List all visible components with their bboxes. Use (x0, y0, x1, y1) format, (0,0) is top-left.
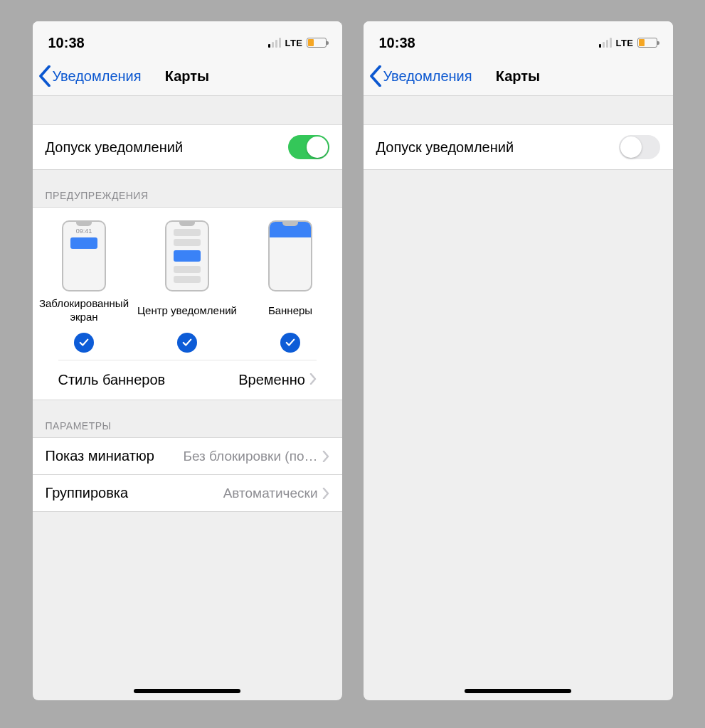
status-right: LTE (268, 38, 326, 48)
signal-icon (599, 38, 612, 48)
allow-notifications-label: Допуск уведомлений (376, 139, 514, 156)
network-label: LTE (285, 38, 302, 48)
alert-lockscreen-check[interactable] (74, 333, 94, 353)
grouping-value: Автоматически (223, 486, 329, 501)
back-button[interactable]: Уведомления (369, 65, 472, 87)
allow-notifications-row[interactable]: Допуск уведомлений (364, 124, 673, 170)
screenshot-left: 10:38 LTE Уведомления Карты Допуск уведо… (33, 21, 342, 700)
show-previews-label: Показ миниатюр (46, 448, 154, 464)
allow-notifications-toggle[interactable] (619, 135, 660, 159)
banner-style-row[interactable]: Стиль баннеров Временно (58, 360, 317, 400)
alert-center-check[interactable] (177, 333, 197, 353)
chevron-left-icon (369, 65, 382, 87)
content: Допуск уведомлений ПРЕДУПРЕЖДЕНИЯ 09:41 … (33, 96, 342, 700)
nav-bar: Уведомления Карты (33, 57, 342, 96)
chevron-left-icon (38, 65, 51, 87)
chevron-right-icon (322, 451, 329, 462)
allow-notifications-row[interactable]: Допуск уведомлений (33, 124, 342, 170)
alerts-header: ПРЕДУПРЕЖДЕНИЯ (33, 170, 342, 207)
status-bar: 10:38 LTE (33, 21, 342, 57)
network-label: LTE (615, 38, 633, 48)
alert-banners-label: Баннеры (268, 297, 312, 324)
alert-center-label: Центр уведомлений (137, 297, 237, 324)
status-bar: 10:38 LTE (364, 21, 673, 57)
battery-icon (307, 38, 327, 48)
alert-option-banners[interactable]: Баннеры (239, 220, 342, 353)
status-time: 10:38 (48, 35, 85, 51)
notification-center-preview-icon (165, 220, 209, 291)
show-previews-row[interactable]: Показ миниатюр Без блокировки (по… (33, 437, 342, 475)
home-indicator (465, 689, 571, 693)
alert-lockscreen-label: Заблокированный экран (33, 297, 136, 324)
status-right: LTE (599, 38, 657, 48)
signal-icon (268, 38, 281, 48)
alert-option-notification-center[interactable]: Центр уведомлений (136, 220, 239, 353)
check-icon (182, 338, 192, 348)
banner-style-value: Временно (238, 372, 316, 388)
back-label: Уведомления (383, 68, 472, 85)
check-icon (285, 338, 295, 348)
alert-option-lockscreen[interactable]: 09:41 Заблокированный экран (33, 220, 136, 353)
alerts-block: 09:41 Заблокированный экран (33, 207, 342, 400)
home-indicator (134, 689, 240, 693)
nav-title: Карты (165, 68, 209, 85)
chevron-right-icon (322, 488, 329, 499)
battery-icon (637, 38, 657, 48)
allow-notifications-label: Допуск уведомлений (46, 139, 184, 156)
screenshot-right: 10:38 LTE Уведомления Карты Допуск уведо… (364, 21, 673, 700)
check-icon (79, 338, 89, 348)
chevron-right-icon (309, 373, 317, 385)
back-label: Уведомления (53, 68, 142, 85)
banners-preview-icon (268, 220, 312, 291)
allow-notifications-toggle[interactable] (288, 135, 329, 159)
banner-style-label: Стиль баннеров (58, 372, 166, 388)
back-button[interactable]: Уведомления (38, 65, 142, 87)
content: Допуск уведомлений (364, 96, 673, 700)
nav-title: Карты (496, 68, 540, 85)
options-header: ПАРАМЕТРЫ (33, 400, 342, 437)
status-time: 10:38 (379, 35, 415, 51)
grouping-label: Группировка (46, 485, 129, 501)
lockscreen-preview-icon: 09:41 (62, 220, 106, 291)
grouping-row[interactable]: Группировка Автоматически (33, 475, 342, 512)
show-previews-value: Без блокировки (по… (183, 449, 329, 464)
nav-bar: Уведомления Карты (364, 57, 673, 96)
alert-banners-check[interactable] (280, 333, 300, 353)
